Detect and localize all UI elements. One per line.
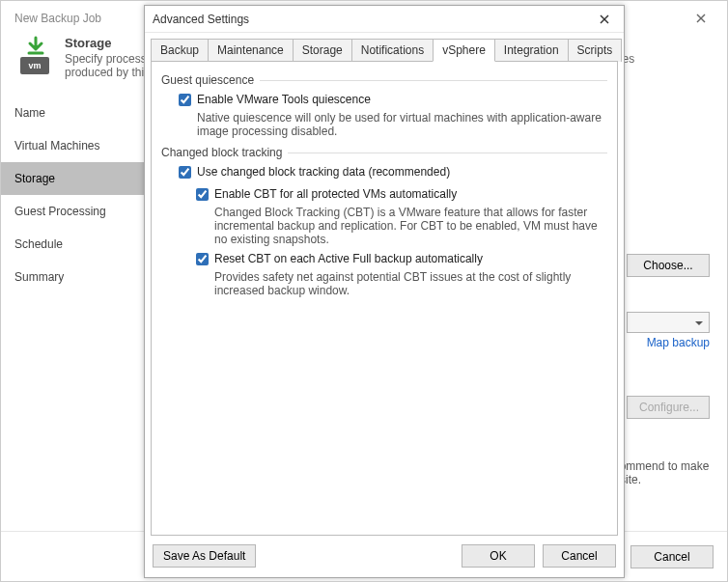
dialog-title: Advanced Settings	[153, 13, 591, 26]
group-changed-block-tracking: Changed block tracking	[161, 146, 607, 159]
group-label: Guest quiescence	[161, 73, 260, 87]
advanced-settings-dialog: Advanced Settings BackupMaintenanceStora…	[144, 5, 625, 578]
vm-badge-icon: vm	[20, 57, 49, 74]
choose-button[interactable]: Choose...	[627, 254, 710, 277]
checkbox-label: Enable VMware Tools quiescence	[197, 93, 371, 106]
dialog-footer: Save As Default OK Cancel	[145, 537, 624, 577]
tab-storage[interactable]: Storage	[293, 39, 352, 62]
dialog-close-button[interactable]	[591, 10, 618, 29]
tab-page-vsphere: Guest quiescence Enable VMware Tools qui…	[151, 62, 618, 536]
save-as-default-button[interactable]: Save As Default	[153, 544, 256, 568]
tab-strip: BackupMaintenanceStorageNotificationsvSp…	[145, 33, 624, 62]
wizard-nav-item-name[interactable]: Name	[1, 97, 144, 129]
storage-icon: vm	[14, 36, 57, 74]
wizard-nav-item-guest-processing[interactable]: Guest Processing	[1, 195, 144, 228]
close-icon	[696, 14, 706, 23]
checkbox-input[interactable]	[196, 253, 209, 265]
enable-vmware-tools-quiescence-checkbox[interactable]: Enable VMware Tools quiescence	[179, 93, 371, 106]
reset-cbt-note: Provides safety net against potential CB…	[214, 270, 607, 297]
wizard-cancel-button[interactable]: Cancel	[630, 545, 714, 568]
map-backup-link[interactable]: Map backup	[647, 336, 710, 349]
dialog-titlebar: Advanced Settings	[145, 6, 624, 33]
repository-combo[interactable]	[627, 312, 710, 333]
group-guest-quiescence: Guest quiescence	[161, 73, 607, 87]
wizard-nav-item-schedule[interactable]: Schedule	[1, 228, 144, 261]
enable-cbt-all-vms-checkbox[interactable]: Enable CBT for all protected VMs automat…	[196, 187, 457, 201]
checkbox-label: Use changed block tracking data (recomme…	[197, 165, 450, 179]
close-icon	[600, 14, 609, 24]
tab-vsphere[interactable]: vSphere	[433, 39, 495, 62]
reset-cbt-checkbox[interactable]: Reset CBT on each Active Full backup aut…	[196, 252, 483, 265]
tab-maintenance[interactable]: Maintenance	[208, 39, 294, 62]
checkbox-input[interactable]	[196, 188, 209, 201]
quiescence-note: Native quiescence will only be used for …	[197, 111, 607, 138]
cancel-button[interactable]: Cancel	[543, 544, 616, 568]
wizard-nav-item-virtual-machines[interactable]: Virtual Machines	[1, 129, 144, 162]
checkbox-label: Enable CBT for all protected VMs automat…	[214, 187, 457, 201]
ok-button[interactable]: OK	[462, 544, 535, 568]
use-cbt-checkbox[interactable]: Use changed block tracking data (recomme…	[179, 165, 450, 179]
checkbox-input[interactable]	[179, 166, 191, 179]
enable-cbt-note: Changed Block Tracking (CBT) is a VMware…	[214, 206, 607, 246]
checkbox-label: Reset CBT on each Active Full backup aut…	[214, 252, 483, 265]
wizard-close-button[interactable]	[688, 9, 714, 28]
configure-button[interactable]: Configure...	[627, 396, 710, 419]
wizard-nav-item-storage[interactable]: Storage	[1, 162, 144, 195]
download-arrow-icon	[24, 36, 47, 59]
tab-backup[interactable]: Backup	[151, 39, 209, 62]
wizard-nav-item-summary[interactable]: Summary	[1, 261, 144, 293]
wizard-nav: NameVirtual MachinesStorageGuest Process…	[1, 95, 144, 539]
tab-notifications[interactable]: Notifications	[351, 39, 434, 62]
group-label: Changed block tracking	[161, 146, 288, 159]
tab-integration[interactable]: Integration	[494, 39, 569, 62]
checkbox-input[interactable]	[179, 94, 191, 106]
tab-scripts[interactable]: Scripts	[568, 39, 623, 62]
